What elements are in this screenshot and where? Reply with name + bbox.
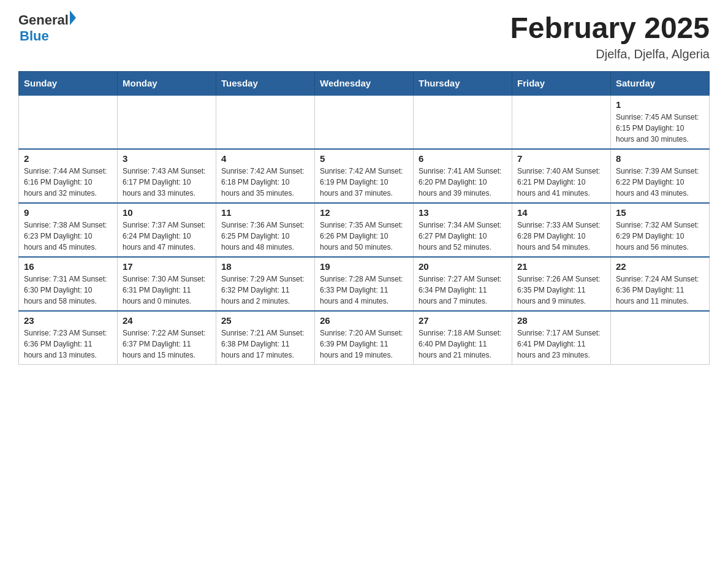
calendar-cell: 28Sunrise: 7:17 AM Sunset: 6:41 PM Dayli… <box>512 311 611 365</box>
day-info: Sunrise: 7:40 AM Sunset: 6:21 PM Dayligh… <box>517 166 605 199</box>
calendar-cell: 7Sunrise: 7:40 AM Sunset: 6:21 PM Daylig… <box>512 149 611 203</box>
calendar-cell <box>19 95 118 149</box>
calendar-day-header: Tuesday <box>216 71 315 95</box>
day-number: 19 <box>320 261 408 272</box>
day-number: 27 <box>419 315 507 326</box>
day-info: Sunrise: 7:22 AM Sunset: 6:37 PM Dayligh… <box>123 327 211 361</box>
day-info: Sunrise: 7:36 AM Sunset: 6:25 PM Dayligh… <box>221 220 309 253</box>
month-title: February 2025 <box>510 12 710 45</box>
day-number: 23 <box>24 315 112 326</box>
calendar-cell: 21Sunrise: 7:26 AM Sunset: 6:35 PM Dayli… <box>512 257 611 311</box>
day-info: Sunrise: 7:41 AM Sunset: 6:20 PM Dayligh… <box>419 166 507 199</box>
day-info: Sunrise: 7:33 AM Sunset: 6:28 PM Dayligh… <box>517 220 605 253</box>
calendar-cell: 17Sunrise: 7:30 AM Sunset: 6:31 PM Dayli… <box>118 257 216 311</box>
calendar-cell <box>315 95 414 149</box>
calendar-cell: 5Sunrise: 7:42 AM Sunset: 6:19 PM Daylig… <box>315 149 414 203</box>
calendar-week-row: 23Sunrise: 7:23 AM Sunset: 6:36 PM Dayli… <box>19 311 710 365</box>
calendar-week-row: 1Sunrise: 7:45 AM Sunset: 6:15 PM Daylig… <box>19 95 710 149</box>
day-number: 3 <box>123 153 211 164</box>
calendar-cell: 22Sunrise: 7:24 AM Sunset: 6:36 PM Dayli… <box>611 257 710 311</box>
day-info: Sunrise: 7:43 AM Sunset: 6:17 PM Dayligh… <box>123 166 211 199</box>
day-number: 16 <box>24 261 112 272</box>
day-number: 25 <box>221 315 309 326</box>
calendar-cell: 25Sunrise: 7:21 AM Sunset: 6:38 PM Dayli… <box>216 311 315 365</box>
day-number: 24 <box>123 315 211 326</box>
day-info: Sunrise: 7:38 AM Sunset: 6:23 PM Dayligh… <box>24 220 112 253</box>
day-info: Sunrise: 7:24 AM Sunset: 6:36 PM Dayligh… <box>616 274 704 307</box>
day-info: Sunrise: 7:31 AM Sunset: 6:30 PM Dayligh… <box>24 274 112 307</box>
logo-arrow-icon <box>70 10 76 25</box>
day-info: Sunrise: 7:44 AM Sunset: 6:16 PM Dayligh… <box>24 166 112 199</box>
title-block: February 2025 Djelfa, Djelfa, Algeria <box>510 12 710 61</box>
day-info: Sunrise: 7:18 AM Sunset: 6:40 PM Dayligh… <box>419 327 507 361</box>
calendar-cell: 2Sunrise: 7:44 AM Sunset: 6:16 PM Daylig… <box>19 149 118 203</box>
day-info: Sunrise: 7:34 AM Sunset: 6:27 PM Dayligh… <box>419 220 507 253</box>
day-number: 17 <box>123 261 211 272</box>
day-number: 18 <box>221 261 309 272</box>
calendar-week-row: 9Sunrise: 7:38 AM Sunset: 6:23 PM Daylig… <box>19 203 710 257</box>
calendar-cell: 6Sunrise: 7:41 AM Sunset: 6:20 PM Daylig… <box>414 149 512 203</box>
day-number: 28 <box>517 315 605 326</box>
day-number: 2 <box>24 153 112 164</box>
day-info: Sunrise: 7:28 AM Sunset: 6:33 PM Dayligh… <box>320 274 408 307</box>
day-number: 11 <box>221 207 309 218</box>
day-info: Sunrise: 7:42 AM Sunset: 6:18 PM Dayligh… <box>221 166 309 199</box>
day-number: 7 <box>517 153 605 164</box>
day-number: 4 <box>221 153 309 164</box>
day-info: Sunrise: 7:45 AM Sunset: 6:15 PM Dayligh… <box>616 112 704 145</box>
calendar-cell: 15Sunrise: 7:32 AM Sunset: 6:29 PM Dayli… <box>611 203 710 257</box>
logo-general-text: General <box>18 12 69 28</box>
day-number: 26 <box>320 315 408 326</box>
day-number: 5 <box>320 153 408 164</box>
day-info: Sunrise: 7:23 AM Sunset: 6:36 PM Dayligh… <box>24 327 112 361</box>
day-info: Sunrise: 7:42 AM Sunset: 6:19 PM Dayligh… <box>320 166 408 199</box>
calendar-cell <box>611 311 710 365</box>
calendar-cell: 10Sunrise: 7:37 AM Sunset: 6:24 PM Dayli… <box>118 203 216 257</box>
calendar-day-header: Wednesday <box>315 71 414 95</box>
day-number: 20 <box>419 261 507 272</box>
calendar-cell: 24Sunrise: 7:22 AM Sunset: 6:37 PM Dayli… <box>118 311 216 365</box>
calendar-cell: 20Sunrise: 7:27 AM Sunset: 6:34 PM Dayli… <box>414 257 512 311</box>
day-number: 10 <box>123 207 211 218</box>
day-info: Sunrise: 7:37 AM Sunset: 6:24 PM Dayligh… <box>123 220 211 253</box>
calendar-cell: 13Sunrise: 7:34 AM Sunset: 6:27 PM Dayli… <box>414 203 512 257</box>
calendar-cell <box>414 95 512 149</box>
calendar-week-row: 2Sunrise: 7:44 AM Sunset: 6:16 PM Daylig… <box>19 149 710 203</box>
day-info: Sunrise: 7:29 AM Sunset: 6:32 PM Dayligh… <box>221 274 309 307</box>
day-number: 15 <box>616 207 704 218</box>
day-number: 1 <box>616 99 704 110</box>
calendar-day-header: Saturday <box>611 71 710 95</box>
calendar-cell: 1Sunrise: 7:45 AM Sunset: 6:15 PM Daylig… <box>611 95 710 149</box>
calendar-cell: 4Sunrise: 7:42 AM Sunset: 6:18 PM Daylig… <box>216 149 315 203</box>
day-info: Sunrise: 7:27 AM Sunset: 6:34 PM Dayligh… <box>419 274 507 307</box>
calendar-day-header: Sunday <box>19 71 118 95</box>
calendar-cell: 16Sunrise: 7:31 AM Sunset: 6:30 PM Dayli… <box>19 257 118 311</box>
calendar-cell: 26Sunrise: 7:20 AM Sunset: 6:39 PM Dayli… <box>315 311 414 365</box>
day-info: Sunrise: 7:26 AM Sunset: 6:35 PM Dayligh… <box>517 274 605 307</box>
day-number: 21 <box>517 261 605 272</box>
day-info: Sunrise: 7:39 AM Sunset: 6:22 PM Dayligh… <box>616 166 704 199</box>
day-number: 13 <box>419 207 507 218</box>
calendar-cell: 9Sunrise: 7:38 AM Sunset: 6:23 PM Daylig… <box>19 203 118 257</box>
calendar-cell: 18Sunrise: 7:29 AM Sunset: 6:32 PM Dayli… <box>216 257 315 311</box>
calendar-cell: 3Sunrise: 7:43 AM Sunset: 6:17 PM Daylig… <box>118 149 216 203</box>
calendar-header-row: SundayMondayTuesdayWednesdayThursdayFrid… <box>19 71 710 95</box>
day-number: 8 <box>616 153 704 164</box>
calendar-week-row: 16Sunrise: 7:31 AM Sunset: 6:30 PM Dayli… <box>19 257 710 311</box>
day-info: Sunrise: 7:32 AM Sunset: 6:29 PM Dayligh… <box>616 220 704 253</box>
page-header: General Blue February 2025 Djelfa, Djelf… <box>18 12 710 61</box>
calendar-day-header: Friday <box>512 71 611 95</box>
calendar-day-header: Monday <box>118 71 216 95</box>
calendar-cell <box>118 95 216 149</box>
day-info: Sunrise: 7:17 AM Sunset: 6:41 PM Dayligh… <box>517 327 605 361</box>
logo-blue-text: Blue <box>20 28 76 44</box>
calendar-cell: 12Sunrise: 7:35 AM Sunset: 6:26 PM Dayli… <box>315 203 414 257</box>
day-number: 6 <box>419 153 507 164</box>
calendar-cell <box>216 95 315 149</box>
day-number: 12 <box>320 207 408 218</box>
calendar-cell: 8Sunrise: 7:39 AM Sunset: 6:22 PM Daylig… <box>611 149 710 203</box>
day-info: Sunrise: 7:30 AM Sunset: 6:31 PM Dayligh… <box>123 274 211 307</box>
day-number: 22 <box>616 261 704 272</box>
day-number: 14 <box>517 207 605 218</box>
day-info: Sunrise: 7:20 AM Sunset: 6:39 PM Dayligh… <box>320 327 408 361</box>
